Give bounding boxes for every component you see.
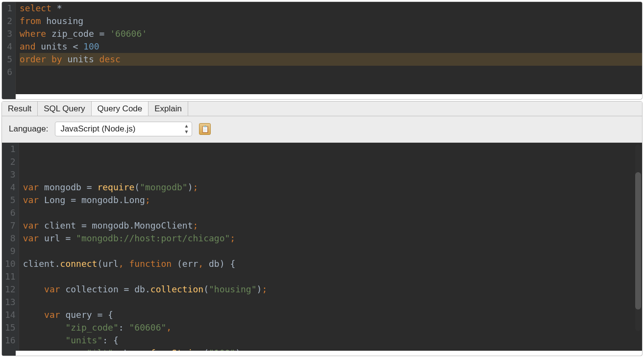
code-line[interactable]: var query = { xyxy=(23,309,642,321)
line-number: 5 xyxy=(5,53,12,66)
code-line[interactable]: from housing xyxy=(20,15,642,27)
line-number: 10 xyxy=(5,258,16,270)
code-line[interactable]: where zip_code = '60606' xyxy=(20,27,642,40)
tab-result[interactable]: Result xyxy=(2,102,38,116)
code-line[interactable]: var collection = db.collection("housing"… xyxy=(23,283,642,296)
line-number: 8 xyxy=(5,232,16,245)
code-line[interactable]: client.connect(url, function (err, db) { xyxy=(23,258,642,270)
generated-code-editor[interactable]: 12345678910111213141516 var mongodb = re… xyxy=(2,143,642,356)
code-line[interactable] xyxy=(23,245,642,258)
code-line[interactable]: var client = mongodb.MongoClient; xyxy=(23,219,642,232)
line-number: 5 xyxy=(5,194,16,207)
editor-footer xyxy=(16,351,642,356)
copy-to-clipboard-icon[interactable]: 📋 xyxy=(199,123,211,135)
editor-scrollbar[interactable] xyxy=(635,145,641,331)
line-number: 11 xyxy=(5,270,16,283)
line-number: 3 xyxy=(5,168,16,181)
code-line[interactable]: var mongodb = require("mongodb"); xyxy=(23,181,642,194)
language-bar: Language: JavaScript (Node.js) ▲▼ 📋 xyxy=(2,116,642,143)
line-number: 15 xyxy=(5,321,16,334)
line-number: 7 xyxy=(5,219,16,232)
code-line[interactable] xyxy=(23,207,642,219)
code-line[interactable]: "zip_code": "60606", xyxy=(23,321,642,334)
sql-gutter: 123456 xyxy=(2,2,16,99)
sql-editor[interactable]: 123456 select *from housingwhere zip_cod… xyxy=(2,2,642,99)
line-number: 6 xyxy=(5,207,16,219)
tab-bar: ResultSQL QueryQuery CodeExplain xyxy=(2,102,642,116)
select-stepper-icon: ▲▼ xyxy=(184,123,189,135)
line-number: 4 xyxy=(5,40,12,53)
generated-code-area[interactable]: var mongodb = require("mongodb");var Lon… xyxy=(19,143,642,356)
code-line[interactable]: var Long = mongodb.Long; xyxy=(23,194,642,207)
editor-footer xyxy=(16,94,642,99)
generated-code-gutter: 12345678910111213141516 xyxy=(2,143,19,356)
tab-sql-query[interactable]: SQL Query xyxy=(38,102,91,116)
language-selected-value: JavaScript (Node.js) xyxy=(60,124,135,134)
code-line[interactable]: select * xyxy=(20,2,642,15)
line-number: 14 xyxy=(5,309,16,321)
language-select[interactable]: JavaScript (Node.js) ▲▼ xyxy=(55,122,192,136)
code-line[interactable]: var url = "mongodb://host:port/chicago"; xyxy=(23,232,642,245)
language-label: Language: xyxy=(9,124,48,134)
line-number: 16 xyxy=(5,334,16,347)
code-line[interactable]: order by units desc xyxy=(20,53,642,66)
results-panel: ResultSQL QueryQuery CodeExplain Languag… xyxy=(1,101,643,356)
scrollbar-thumb[interactable] xyxy=(635,172,641,310)
line-number: 2 xyxy=(5,155,16,168)
generated-code-panel: 12345678910111213141516 var mongodb = re… xyxy=(2,143,642,356)
code-line[interactable]: "units": { xyxy=(23,334,642,347)
line-number: 13 xyxy=(5,296,16,309)
line-number: 1 xyxy=(5,143,16,155)
code-line[interactable] xyxy=(23,270,642,283)
line-number: 6 xyxy=(5,66,12,78)
code-line[interactable] xyxy=(23,296,642,309)
code-line[interactable]: and units < 100 xyxy=(20,40,642,53)
tab-query-code[interactable]: Query Code xyxy=(92,102,149,116)
line-number: 4 xyxy=(5,181,16,194)
line-number: 12 xyxy=(5,283,16,296)
line-number: 3 xyxy=(5,27,12,40)
sql-code-area[interactable]: select *from housingwhere zip_code = '60… xyxy=(16,2,642,99)
tab-explain[interactable]: Explain xyxy=(149,102,188,116)
line-number: 9 xyxy=(5,245,16,258)
code-line[interactable] xyxy=(20,66,642,78)
line-number: 2 xyxy=(5,15,12,27)
sql-editor-panel: 123456 select *from housingwhere zip_cod… xyxy=(1,1,643,100)
line-number: 1 xyxy=(5,2,12,15)
